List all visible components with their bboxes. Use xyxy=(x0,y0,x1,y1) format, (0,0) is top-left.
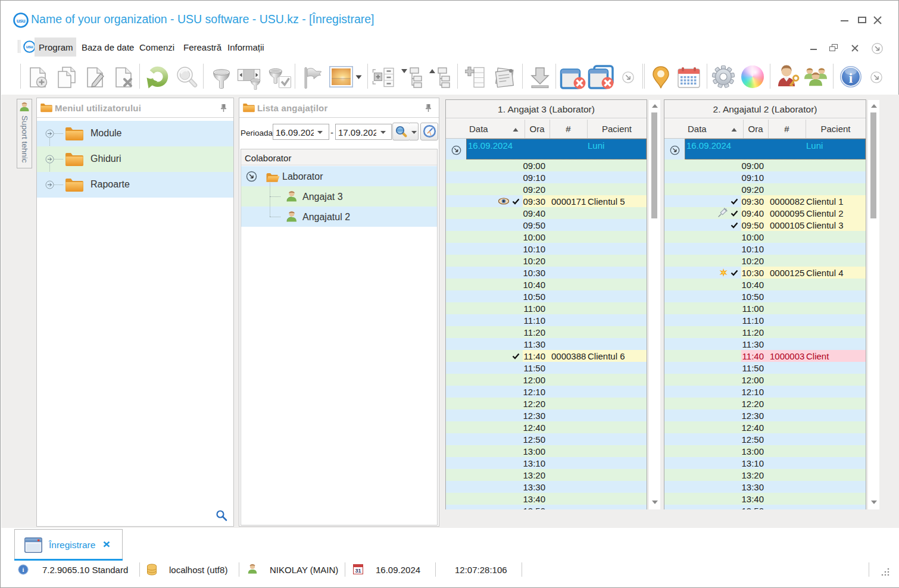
svg-text:i: i xyxy=(849,71,853,86)
svg-text:31: 31 xyxy=(355,568,361,574)
svg-text:usu: usu xyxy=(17,18,26,24)
svg-text:i: i xyxy=(23,567,24,573)
